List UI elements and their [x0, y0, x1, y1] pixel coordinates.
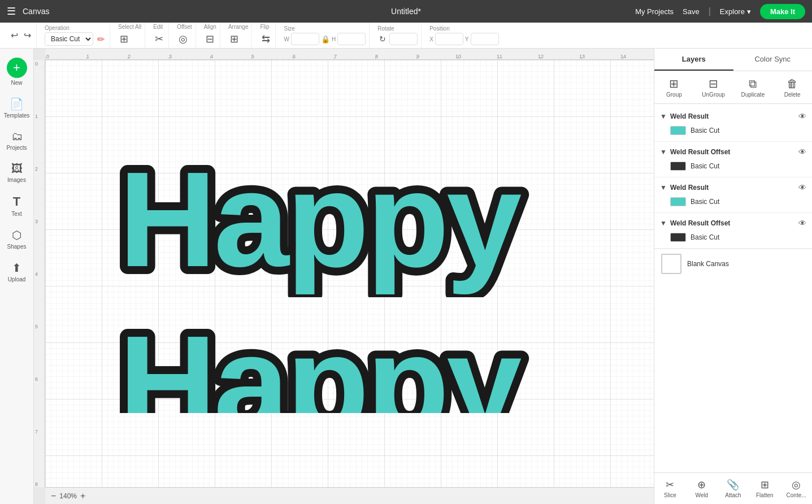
operation-select[interactable]: Basic Cut [45, 32, 93, 46]
zoom-level: 140% [59, 492, 77, 500]
sidebar-images-label: Images [7, 177, 26, 183]
align-button[interactable]: ⊟ [204, 31, 216, 47]
sidebar-item-new[interactable]: + New [2, 53, 32, 90]
eye-icon-weld-o1[interactable]: 👁 [798, 147, 806, 157]
offset-group: Offset ◎ [173, 23, 196, 48]
sidebar-text-label: Text [11, 211, 21, 217]
rotate-btn[interactable]: ↻ [377, 33, 388, 45]
contour-tool[interactable]: ◎ Conte... [780, 475, 812, 502]
sidebar-shapes-label: Shapes [7, 244, 27, 250]
ungroup-label: UnGroup [702, 92, 725, 98]
upload-icon: ⬆ [12, 261, 21, 275]
app-title: Canvas [23, 7, 49, 16]
text-icon: T [13, 194, 20, 209]
layers-list: ▼ Weld Result 👁 Basic Cut ▼ Weld Result … [654, 104, 812, 472]
flip-button[interactable]: ⇆ [260, 31, 272, 47]
slice-label: Slice [664, 492, 676, 498]
ungroup-action[interactable]: ⊟ UnGroup [694, 75, 733, 100]
y-input[interactable] [471, 33, 499, 45]
edit-button[interactable]: ✂ [153, 31, 165, 47]
lock-icon: 🔒 [321, 35, 330, 44]
tab-layers[interactable]: Layers [654, 49, 733, 71]
attach-label: Attach [725, 492, 741, 498]
rotate-input[interactable] [389, 33, 418, 45]
edit-style-button[interactable]: ✏ [95, 32, 106, 46]
sidebar-item-images[interactable]: 🖼 Images [2, 158, 32, 188]
toolbar: ↩ ↪ Operation Basic Cut ✏ Select All ⊞ E… [0, 23, 812, 49]
explore-btn[interactable]: Explore ▾ [720, 7, 751, 16]
layer-item-weld-2-1[interactable]: Basic Cut [654, 194, 812, 209]
my-projects-link[interactable]: My Projects [635, 7, 674, 16]
edit-label: Edit [153, 24, 163, 30]
layer-label-weld-o2-1: Basic Cut [691, 233, 719, 241]
layer-thumb-teal-2 [670, 197, 686, 206]
layer-group-header-weld-o1[interactable]: ▼ Weld Result Offset 👁 [654, 145, 812, 159]
sidebar-item-shapes[interactable]: ⬡ Shapes [2, 224, 32, 254]
arrange-label: Arrange [228, 24, 249, 30]
sidebar-item-upload[interactable]: ⬆ Upload [2, 257, 32, 287]
arrow-icon-weld-1: ▼ [660, 112, 667, 120]
duplicate-icon: ⧉ [749, 77, 757, 90]
flip-label: Flip [260, 24, 269, 30]
hamburger-icon[interactable]: ☰ [7, 5, 16, 18]
x-input[interactable] [435, 33, 463, 45]
zoom-in-button[interactable]: + [80, 491, 85, 501]
canvas-area[interactable]: 0 1 2 3 4 5 6 7 8 9 10 11 12 13 14 15 0 … [34, 49, 654, 504]
undo-button[interactable]: ↩ [9, 28, 20, 42]
operation-group: Operation Basic Cut ✏ [41, 23, 110, 48]
redo-button[interactable]: ↪ [22, 28, 33, 42]
blank-canvas-label: Blank Canvas [687, 260, 729, 268]
attach-tool[interactable]: 📎 Attach [718, 475, 749, 502]
layer-group-header-weld-o2[interactable]: ▼ Weld Result Offset 👁 [654, 216, 812, 230]
position-group: Position X Y [426, 23, 502, 48]
slice-tool[interactable]: ✂ Slice [654, 475, 686, 502]
arrange-button[interactable]: ⊞ [228, 31, 240, 47]
layer-item-weld-o2-1[interactable]: Basic Cut [654, 230, 812, 245]
group-action[interactable]: ⊞ Group [654, 75, 694, 100]
right-panel: Layers Color Sync ⊞ Group ⊟ UnGroup ⧉ Du… [654, 49, 812, 504]
eye-icon-weld-1[interactable]: 👁 [798, 112, 806, 121]
sidebar-new-label: New [11, 80, 22, 86]
zoom-out-button[interactable]: − [51, 491, 56, 501]
weld-tool[interactable]: ⊕ Weld [686, 475, 718, 502]
size-group: Size W 🔒 H [280, 23, 370, 48]
delete-label: Delete [784, 92, 801, 98]
flatten-tool[interactable]: ⊞ Flatten [749, 475, 780, 502]
layer-item-weld-o1-1[interactable]: Basic Cut [654, 159, 812, 173]
layer-group-header-weld-1[interactable]: ▼ Weld Result 👁 [654, 110, 812, 123]
sidebar-item-templates[interactable]: 📄 Templates [2, 93, 32, 123]
eye-icon-weld-2[interactable]: 👁 [798, 183, 806, 192]
save-link[interactable]: Save [683, 7, 700, 16]
eye-icon-weld-o2[interactable]: 👁 [798, 219, 806, 228]
ungroup-icon: ⊟ [709, 77, 718, 90]
ruler-top: 0 1 2 3 4 5 6 7 8 9 10 11 12 13 14 15 [45, 49, 654, 60]
layer-group-header-weld-2[interactable]: ▼ Weld Result 👁 [654, 181, 812, 194]
select-all-button[interactable]: ⊞ [118, 31, 130, 47]
layer-group-title-weld-o1: Weld Result Offset [670, 148, 795, 156]
layer-item-weld-1-1[interactable]: Basic Cut [654, 123, 812, 138]
top-nav: ☰ Canvas Untitled* My Projects Save | Ex… [0, 0, 812, 23]
project-title: Untitled* [391, 7, 421, 16]
svg-text:Happy: Happy [119, 144, 522, 295]
flatten-label: Flatten [756, 492, 774, 498]
panel-tabs: Layers Color Sync [654, 49, 812, 71]
height-input[interactable] [337, 33, 366, 45]
make-it-button[interactable]: Make It [760, 4, 805, 19]
layer-group-title-weld-2: Weld Result [670, 184, 795, 192]
happy-text-top[interactable]: Happy Happy [110, 133, 596, 299]
templates-icon: 📄 [10, 97, 24, 111]
delete-action[interactable]: 🗑 Delete [772, 75, 812, 100]
happy-text-bottom[interactable]: Happy Happy [110, 309, 596, 441]
tab-color-sync[interactable]: Color Sync [733, 49, 813, 71]
sidebar-item-projects[interactable]: 🗂 Projects [2, 125, 32, 155]
layer-thumb-teal-1 [670, 126, 686, 135]
weld-icon: ⊕ [697, 479, 706, 491]
edit-group: Edit ✂ [150, 23, 169, 48]
sidebar-item-text[interactable]: T Text [2, 190, 32, 221]
attach-icon: 📎 [727, 479, 739, 491]
rotate-group: Rotate ↻ [374, 23, 422, 48]
width-input[interactable] [291, 33, 319, 45]
duplicate-action[interactable]: ⧉ Duplicate [733, 75, 773, 100]
offset-button[interactable]: ◎ [177, 31, 189, 47]
arrange-group: Arrange ⊞ [225, 23, 253, 48]
